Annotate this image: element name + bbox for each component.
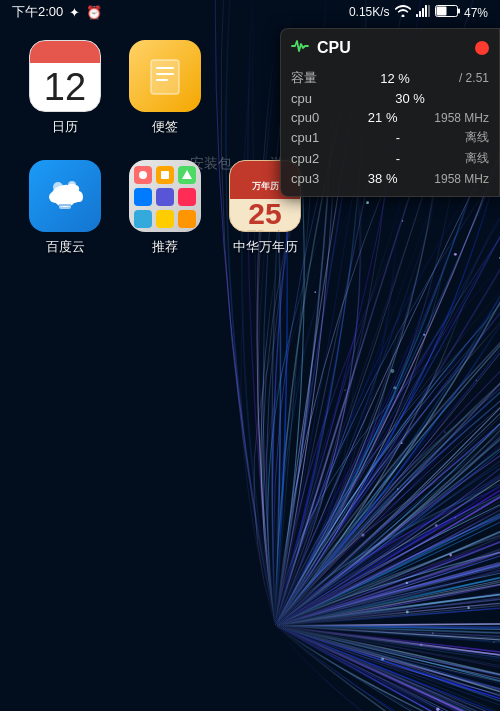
cpu-row-total: cpu 30 %: [291, 89, 489, 108]
svg-rect-1: [419, 11, 421, 17]
row-label-3: cpu1: [291, 130, 331, 145]
row-label-4: cpu2: [291, 151, 331, 166]
app-baidu[interactable]: 百度云: [20, 160, 110, 270]
svg-rect-0: [416, 14, 418, 17]
wifi-icon: [395, 5, 411, 20]
row-val2-4: 离线: [465, 150, 489, 167]
row-val-1: 30 %: [395, 91, 425, 106]
svg-rect-6: [458, 8, 460, 13]
notes-label: 便签: [152, 118, 178, 136]
svg-rect-8: [151, 60, 179, 94]
bluetooth-icon: ✦: [69, 5, 80, 20]
cpu-row-2: cpu2 - 离线: [291, 148, 489, 169]
svg-marker-23: [182, 170, 192, 179]
calendar-date: 12: [44, 66, 86, 109]
zhonghua-lunar: 正月二十: [247, 229, 283, 232]
svg-rect-3: [425, 5, 427, 17]
signal-icon: [416, 5, 430, 20]
row-val2-3: 离线: [465, 129, 489, 146]
alarm-icon: ⏰: [86, 5, 102, 20]
row-val-3: -: [396, 130, 400, 145]
row-label-1: cpu: [291, 91, 331, 106]
cpu-row-3: cpu3 38 % 1958 MHz: [291, 169, 489, 188]
row-val2-5: 1958 MHz: [434, 172, 489, 186]
row-label-0: 容量: [291, 69, 331, 87]
row-val2-2: 1958 MHz: [434, 111, 489, 125]
app-tuijian[interactable]: 推荐: [120, 160, 210, 270]
row-val2-0: / 2.51: [459, 71, 489, 85]
svg-rect-22: [161, 171, 169, 179]
cpu-pulse-icon: [291, 37, 309, 59]
baidu-label: 百度云: [46, 238, 85, 256]
cpu-row-0: cpu0 21 % 1958 MHz: [291, 108, 489, 127]
widget-close-button[interactable]: [475, 41, 489, 55]
svg-rect-2: [422, 8, 424, 17]
row-val-5: 38 %: [368, 171, 398, 186]
row-val-0: 12 %: [380, 71, 410, 86]
cpu-row-capacity: 容量 12 % / 2.51: [291, 67, 489, 89]
app-grid: 12 日历 便签: [20, 40, 310, 270]
zhonghua-date: 25: [248, 199, 281, 229]
svg-rect-7: [436, 6, 446, 15]
network-speed: 0.15K/s: [349, 5, 390, 19]
svg-point-21: [139, 171, 147, 179]
tuijian-label: 推荐: [152, 238, 178, 256]
status-bar: 下午2:00 ✦ ⏰ 0.15K/s: [0, 0, 500, 24]
zhonghua-header-label: 万年历: [252, 181, 279, 191]
row-label-5: cpu3: [291, 171, 331, 186]
zhonghua-label: 中华万年历: [233, 238, 298, 256]
app-notes[interactable]: 便签: [120, 40, 210, 150]
app-calendar[interactable]: 12 日历: [20, 40, 110, 150]
calendar-label: 日历: [52, 118, 78, 136]
cpu-widget[interactable]: CPU 容量 12 % / 2.51 cpu 30 % cpu0 21 % 19…: [280, 28, 500, 197]
battery: 47%: [435, 5, 488, 20]
status-time: 下午2:00: [12, 3, 63, 21]
widget-header: CPU: [291, 37, 489, 59]
row-label-2: cpu0: [291, 110, 331, 125]
svg-rect-4: [428, 5, 430, 17]
row-val-2: 21 %: [368, 110, 398, 125]
cpu-title: CPU: [317, 39, 467, 57]
cpu-row-1: cpu1 - 离线: [291, 127, 489, 148]
row-val-4: -: [396, 151, 400, 166]
